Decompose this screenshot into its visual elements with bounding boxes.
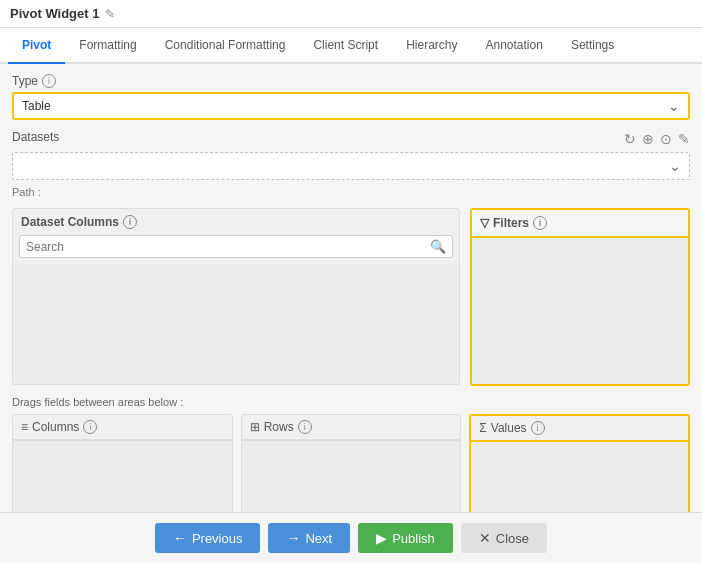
datasets-refresh-icon[interactable]: ↻	[624, 131, 636, 147]
tab-conditional-formatting[interactable]: Conditional Formatting	[151, 28, 300, 64]
tab-bar: Pivot Formatting Conditional Formatting …	[0, 28, 702, 64]
columns-panel-header-wrap: ≡ Columns i	[12, 414, 233, 440]
tab-client-script[interactable]: Client Script	[299, 28, 392, 64]
filter-icon: ▽	[480, 216, 489, 230]
next-label: Next	[305, 531, 332, 546]
footer: ← Previous → Next ▶ Publish ✕ Close	[0, 512, 702, 563]
columns-filters-row: Dataset Columns i 🔍 ▽ Filters i	[12, 208, 690, 386]
filters-info-icon[interactable]: i	[533, 216, 547, 230]
type-select[interactable]: Table ⌄	[12, 92, 690, 120]
dataset-columns-info-icon[interactable]: i	[123, 215, 137, 229]
columns-icon: ≡	[21, 420, 28, 434]
bottom-panels: ≡ Columns i ⊞ Rows i Σ Values	[12, 414, 690, 512]
page-title: Pivot Widget 1	[10, 6, 99, 21]
close-label: Close	[496, 531, 529, 546]
datasets-actions: ↻ ⊕ ⊙ ✎	[624, 131, 690, 147]
dataset-columns-label: Dataset Columns	[21, 215, 119, 229]
previous-button[interactable]: ← Previous	[155, 523, 261, 553]
tab-annotation[interactable]: Annotation	[471, 28, 556, 64]
filters-header: ▽ Filters i	[470, 208, 690, 238]
values-panel-body	[469, 442, 690, 512]
datasets-chevron-icon: ⌄	[669, 158, 681, 174]
columns-panel-header: ≡ Columns i	[13, 415, 232, 439]
rows-panel-label: Rows	[264, 420, 294, 434]
dataset-columns-header: Dataset Columns i	[13, 209, 459, 235]
dataset-columns-panel: Dataset Columns i 🔍	[12, 208, 460, 386]
values-info-icon[interactable]: i	[531, 421, 545, 435]
type-info-icon[interactable]: i	[42, 74, 56, 88]
previous-label: Previous	[192, 531, 243, 546]
type-select-value: Table	[22, 99, 51, 113]
datasets-add-icon[interactable]: ⊕	[642, 131, 654, 147]
rows-panel-header-wrap: ⊞ Rows i	[241, 414, 462, 440]
publish-label: Publish	[392, 531, 435, 546]
search-icon: 🔍	[430, 239, 446, 254]
datasets-settings-icon[interactable]: ⊙	[660, 131, 672, 147]
values-panel-label: Values	[491, 421, 527, 435]
tab-formatting[interactable]: Formatting	[65, 28, 150, 64]
title-bar: Pivot Widget 1 ✎	[0, 0, 702, 28]
type-label: Type i	[12, 74, 690, 88]
rows-info-icon[interactable]: i	[298, 420, 312, 434]
title-edit-icon[interactable]: ✎	[105, 7, 115, 21]
dataset-columns-body	[13, 264, 459, 384]
search-box: 🔍	[19, 235, 453, 258]
rows-panel: ⊞ Rows i	[241, 414, 462, 512]
main-content: Type i Table ⌄ Datasets ↻ ⊕ ⊙ ✎ ⌄ Path :…	[0, 64, 702, 512]
type-chevron-icon: ⌄	[668, 98, 680, 114]
values-panel-header: Σ Values i	[471, 416, 688, 440]
search-input[interactable]	[26, 240, 430, 254]
tab-settings[interactable]: Settings	[557, 28, 628, 64]
rows-panel-header: ⊞ Rows i	[242, 415, 461, 439]
dataset-columns-container: Dataset Columns i 🔍	[12, 208, 460, 385]
tab-pivot[interactable]: Pivot	[8, 28, 65, 64]
next-button[interactable]: → Next	[268, 523, 350, 553]
rows-panel-body	[241, 440, 462, 512]
prev-icon: ←	[173, 530, 187, 546]
datasets-select[interactable]: ⌄	[12, 152, 690, 180]
columns-info-icon[interactable]: i	[83, 420, 97, 434]
rows-icon: ⊞	[250, 420, 260, 434]
close-icon: ✕	[479, 530, 491, 546]
next-icon: →	[286, 530, 300, 546]
tab-hierarchy[interactable]: Hierarchy	[392, 28, 471, 64]
columns-panel-body	[12, 440, 233, 512]
filters-label: Filters	[493, 216, 529, 230]
filters-body	[470, 238, 690, 386]
values-panel: Σ Values i	[469, 414, 690, 512]
sigma-icon: Σ	[479, 421, 486, 435]
columns-panel-label: Columns	[32, 420, 79, 434]
columns-panel: ≡ Columns i	[12, 414, 233, 512]
close-button[interactable]: ✕ Close	[461, 523, 547, 553]
filters-panel: ▽ Filters i	[470, 208, 690, 386]
drag-label: Drags fields between areas below :	[12, 396, 690, 408]
datasets-label: Datasets	[12, 130, 59, 144]
publish-icon: ▶	[376, 530, 387, 546]
path-label: Path :	[12, 186, 690, 198]
datasets-edit-icon[interactable]: ✎	[678, 131, 690, 147]
datasets-header: Datasets ↻ ⊕ ⊙ ✎	[12, 130, 690, 148]
values-panel-header-wrap: Σ Values i	[469, 414, 690, 442]
publish-button[interactable]: ▶ Publish	[358, 523, 453, 553]
